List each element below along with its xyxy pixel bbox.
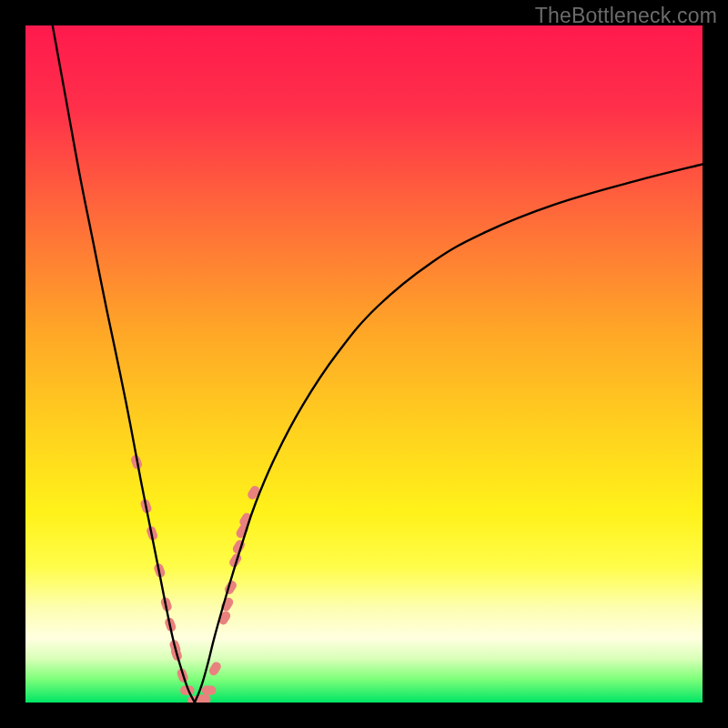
- chart-markers: [130, 454, 262, 703]
- chart-marker: [202, 686, 217, 695]
- watermark-text: TheBottleneck.com: [535, 4, 717, 28]
- curve-left-branch: [53, 25, 195, 703]
- chart-marker: [207, 661, 223, 678]
- chart-frame: TheBottleneck.com: [0, 0, 728, 728]
- chart-curve-layer: [25, 25, 703, 703]
- chart-plot-area: [25, 25, 703, 703]
- curve-right-branch: [195, 165, 703, 703]
